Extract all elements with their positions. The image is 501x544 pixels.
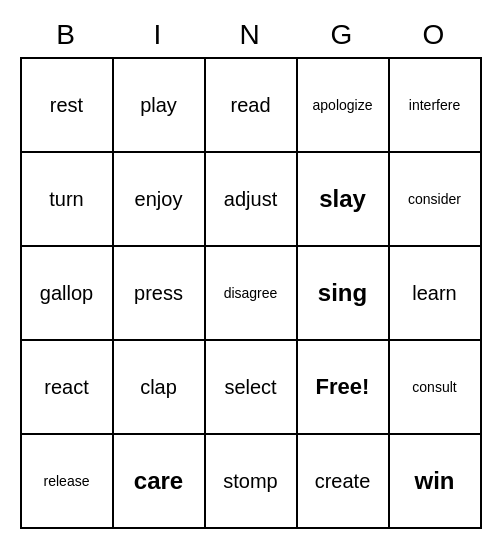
cell-text: create (315, 470, 371, 493)
bingo-cell: gallop (22, 247, 114, 341)
header-letter: G (297, 15, 389, 57)
bingo-header: BINGO (21, 15, 481, 57)
cell-text: turn (49, 188, 83, 211)
cell-text: select (224, 376, 276, 399)
header-letter: O (389, 15, 481, 57)
bingo-cell: read (206, 59, 298, 153)
cell-text: react (44, 376, 88, 399)
bingo-cell: rest (22, 59, 114, 153)
cell-text: interfere (409, 97, 460, 113)
cell-text: care (134, 467, 183, 495)
cell-text: learn (412, 282, 456, 305)
bingo-grid: restplayreadapologizeinterfereturnenjoya… (20, 57, 482, 529)
cell-text: Free! (316, 374, 370, 400)
cell-text: consult (412, 379, 456, 395)
bingo-cell: win (390, 435, 482, 529)
bingo-cell: disagree (206, 247, 298, 341)
cell-text: win (415, 467, 455, 495)
cell-text: consider (408, 191, 461, 207)
header-letter: N (205, 15, 297, 57)
cell-text: stomp (223, 470, 277, 493)
cell-text: apologize (313, 97, 373, 113)
cell-text: release (44, 473, 90, 489)
header-letter: B (21, 15, 113, 57)
bingo-cell: consider (390, 153, 482, 247)
bingo-card: BINGO restplayreadapologizeinterfereturn… (20, 15, 482, 529)
bingo-cell: consult (390, 341, 482, 435)
cell-text: press (134, 282, 183, 305)
bingo-cell: Free! (298, 341, 390, 435)
cell-text: sing (318, 279, 367, 307)
bingo-cell: play (114, 59, 206, 153)
bingo-cell: slay (298, 153, 390, 247)
cell-text: rest (50, 94, 83, 117)
bingo-cell: interfere (390, 59, 482, 153)
cell-text: enjoy (135, 188, 183, 211)
cell-text: slay (319, 185, 366, 213)
cell-text: read (230, 94, 270, 117)
bingo-cell: sing (298, 247, 390, 341)
bingo-cell: select (206, 341, 298, 435)
cell-text: adjust (224, 188, 277, 211)
header-letter: I (113, 15, 205, 57)
bingo-cell: turn (22, 153, 114, 247)
bingo-cell: clap (114, 341, 206, 435)
cell-text: play (140, 94, 177, 117)
bingo-cell: learn (390, 247, 482, 341)
cell-text: clap (140, 376, 177, 399)
bingo-cell: adjust (206, 153, 298, 247)
bingo-cell: enjoy (114, 153, 206, 247)
bingo-cell: care (114, 435, 206, 529)
bingo-cell: stomp (206, 435, 298, 529)
bingo-cell: create (298, 435, 390, 529)
cell-text: gallop (40, 282, 93, 305)
cell-text: disagree (224, 285, 278, 301)
bingo-cell: press (114, 247, 206, 341)
bingo-cell: release (22, 435, 114, 529)
bingo-cell: react (22, 341, 114, 435)
bingo-cell: apologize (298, 59, 390, 153)
